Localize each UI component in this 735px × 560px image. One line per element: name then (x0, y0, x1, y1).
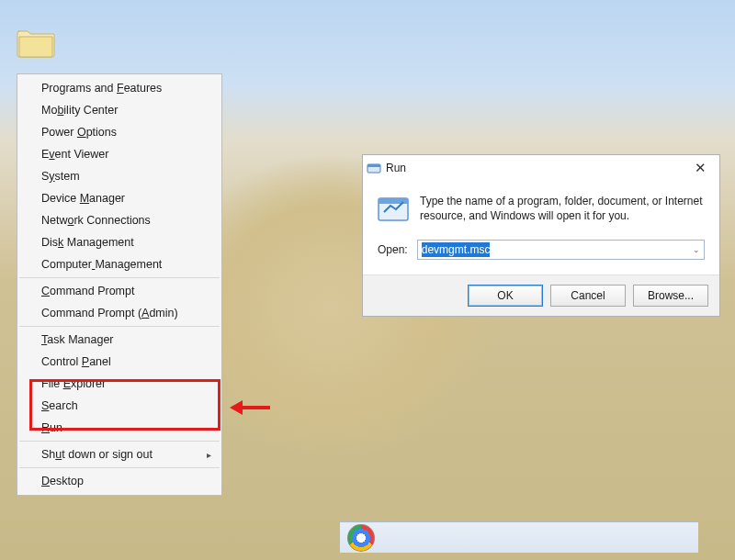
menu-item-desktop[interactable]: Desktop (18, 470, 220, 492)
close-button[interactable]: ✕ (689, 160, 712, 176)
menu-item-label: Search (41, 399, 78, 412)
menu-item-label: Mobility Center (41, 104, 118, 117)
menu-item-label: Shut down or sign out (41, 448, 153, 461)
run-dialog: Run ✕ Type the name of a program, folder… (362, 154, 720, 317)
chrome-icon[interactable] (347, 524, 375, 552)
menu-item-label: Power Options (41, 126, 117, 139)
menu-item-label: Disk Management (41, 236, 134, 249)
menu-item-label: Event Viewer (41, 148, 108, 161)
taskbar (340, 521, 698, 553)
browse-button[interactable]: Browse... (633, 285, 708, 307)
menu-item-task-manager[interactable]: Task Manager (18, 329, 220, 351)
menu-item-file-explorer[interactable]: File Explorer (18, 373, 220, 395)
menu-item-system[interactable]: System (18, 165, 220, 187)
menu-item-label: Command Prompt (41, 285, 134, 297)
cancel-button[interactable]: Cancel (550, 285, 626, 307)
menu-item-label: Computer Management (41, 258, 162, 271)
menu-item-search[interactable]: Search (18, 395, 220, 417)
menu-separator (19, 326, 220, 327)
menu-item-label: Control Panel (41, 355, 111, 368)
menu-item-label: Network Connections (41, 214, 151, 227)
menu-item-programs-and-features[interactable]: Programs and Features (18, 77, 220, 99)
run-icon (367, 161, 381, 175)
button-row: OK Cancel Browse... (363, 274, 719, 316)
desktop-folder-icon[interactable] (17, 26, 55, 59)
ok-button[interactable]: OK (468, 285, 543, 307)
dialog-title: Run (386, 162, 406, 174)
menu-item-power-options[interactable]: Power Options (18, 121, 220, 143)
menu-item-label: Device Manager (41, 192, 125, 205)
titlebar: Run ✕ (363, 155, 719, 181)
svg-rect-3 (368, 164, 380, 167)
menu-item-disk-management[interactable]: Disk Management (18, 231, 220, 253)
open-value[interactable]: devmgmt.msc (418, 241, 689, 258)
menu-item-network-connections[interactable]: Network Connections (18, 209, 220, 231)
menu-item-control-panel[interactable]: Control Panel (18, 351, 220, 373)
menu-item-label: System (41, 170, 80, 183)
run-description: Type the name of a program, folder, docu… (420, 194, 705, 225)
menu-separator (19, 441, 220, 442)
svg-marker-1 (230, 400, 243, 415)
menu-item-label: Task Manager (41, 333, 114, 346)
callout-arrow (230, 397, 270, 422)
menu-item-command-prompt-admin-[interactable]: Command Prompt (Admin) (18, 302, 220, 324)
menu-item-shut-down-or-sign-out[interactable]: Shut down or sign out▸ (18, 443, 220, 465)
menu-item-computer-management[interactable]: Computer Management (18, 253, 220, 275)
menu-item-command-prompt[interactable]: Command Prompt (18, 280, 220, 302)
open-label: Open: (378, 243, 408, 256)
menu-item-label: Command Prompt (Admin) (41, 307, 178, 319)
run-large-icon (378, 194, 409, 225)
menu-item-label: Desktop (41, 475, 84, 487)
menu-item-run[interactable]: Run (18, 417, 220, 439)
menu-item-label: Programs and Features (41, 82, 162, 95)
open-combobox[interactable]: devmgmt.msc ⌄ (417, 240, 705, 260)
menu-item-label: Run (41, 421, 62, 434)
menu-item-event-viewer[interactable]: Event Viewer (18, 143, 220, 165)
menu-separator (19, 277, 220, 278)
chevron-down-icon[interactable]: ⌄ (689, 245, 704, 254)
menu-item-mobility-center[interactable]: Mobility Center (18, 99, 220, 121)
menu-item-label: File Explorer (41, 377, 106, 390)
menu-separator (19, 467, 220, 468)
winx-context-menu: Programs and FeaturesMobility CenterPowe… (17, 73, 222, 496)
chevron-right-icon: ▸ (207, 450, 211, 460)
menu-item-device-manager[interactable]: Device Manager (18, 187, 220, 209)
